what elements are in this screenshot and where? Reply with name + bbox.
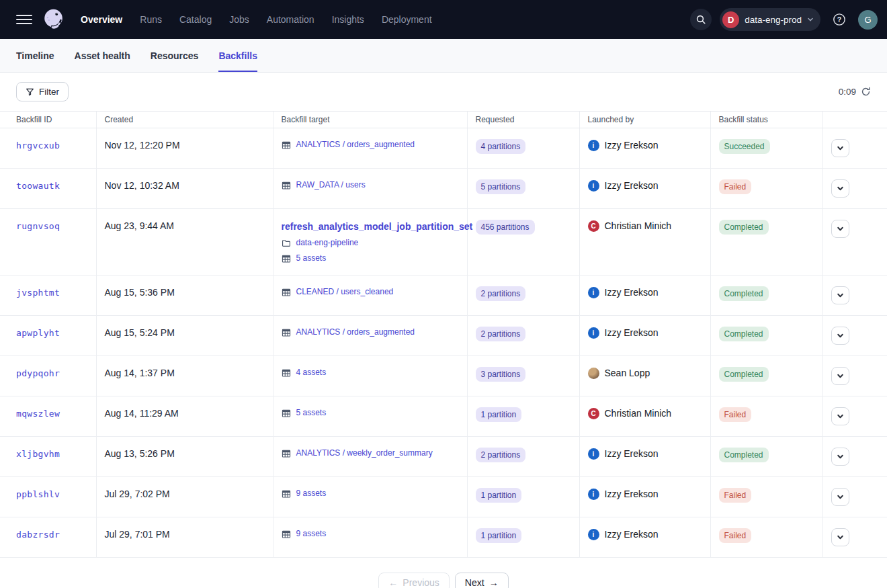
row-actions-button[interactable] — [831, 367, 849, 385]
backfill-id-link[interactable]: apwplyht — [16, 328, 60, 338]
created-timestamp: Jul 29, 7:01 PM — [105, 529, 170, 540]
backfill-id-cell: pdypqohr — [0, 356, 96, 396]
deployment-switcher[interactable]: D data-eng-prod — [720, 8, 820, 31]
target-asset-link[interactable]: CLEANED / users_cleaned — [296, 286, 394, 298]
table-row[interactable]: mqwszlewAug 14, 11:29 AM5 assets1 partit… — [0, 396, 887, 437]
filter-funnel-icon — [26, 87, 34, 96]
target-asset-link[interactable]: ANALYTICS / weekly_order_summary — [296, 448, 433, 459]
backfill-status-cell: Failed — [710, 517, 822, 558]
backfill-id-link[interactable]: mqwszlew — [16, 409, 60, 419]
table-row[interactable]: xljbgvhmAug 13, 5:26 PMANALYTICS / weekl… — [0, 437, 887, 477]
target-asset-link[interactable]: data-eng-pipeline — [296, 237, 359, 249]
tab-asset-health[interactable]: Asset health — [75, 39, 130, 72]
target-asset-link[interactable]: ANALYTICS / orders_augmented — [296, 139, 415, 151]
user-name: Izzy Erekson — [605, 488, 659, 500]
backfills-toolbar: Filter 0:09 — [0, 73, 887, 111]
backfill-id-link[interactable]: dabzrsdr — [16, 530, 60, 540]
target-asset-link[interactable]: 4 assets — [296, 367, 327, 378]
actions-cell — [822, 209, 887, 276]
table-row[interactable]: rugnvsoqAug 23, 9:44 AMrefresh_analytics… — [0, 209, 887, 276]
row-actions-button[interactable] — [831, 528, 849, 546]
help-icon[interactable]: ? — [829, 9, 850, 30]
created-cell: Jul 29, 7:01 PM — [96, 517, 273, 558]
target-asset-link[interactable]: 5 assets — [296, 253, 327, 264]
target-line: data-eng-pipeline — [282, 237, 459, 249]
asset-table-icon — [282, 409, 291, 418]
table-row[interactable]: apwplyhtAug 15, 5:24 PMANALYTICS / order… — [0, 316, 887, 356]
asset-table-icon — [282, 288, 291, 297]
table-row[interactable]: toowautkNov 12, 10:32 AMRAW_DATA / users… — [0, 169, 887, 209]
target-asset-link[interactable]: 9 assets — [296, 488, 327, 499]
target-asset-link[interactable]: RAW_DATA / users — [296, 179, 366, 191]
row-actions-button[interactable] — [831, 220, 849, 238]
requested-partitions-badge: 3 partitions — [476, 367, 526, 382]
requested-partitions-badge: 1 partition — [476, 528, 522, 543]
row-actions-button[interactable] — [831, 488, 849, 506]
backfill-id-link[interactable]: toowautk — [16, 181, 60, 191]
tab-timeline[interactable]: Timeline — [16, 39, 54, 72]
target-job-link[interactable]: refresh_analytics_model_job_partition_se… — [282, 220, 473, 233]
target-line: 5 assets — [282, 407, 459, 419]
row-actions-button[interactable] — [831, 407, 849, 425]
backfill-id-link[interactable]: hrgvcxub — [16, 140, 60, 151]
tab-backfills[interactable]: Backfills — [218, 39, 257, 72]
backfill-id-link[interactable]: ppblshlv — [16, 489, 60, 499]
backfill-id-link[interactable]: jvsphtmt — [16, 288, 60, 298]
status-badge: Completed — [719, 286, 769, 301]
nav-item-runs[interactable]: Runs — [133, 10, 169, 29]
filter-button[interactable]: Filter — [16, 82, 69, 101]
row-actions-button[interactable] — [831, 139, 849, 157]
backfill-id-link[interactable]: xljbgvhm — [16, 449, 60, 459]
folder-icon — [282, 239, 291, 248]
hamburger-menu-icon[interactable] — [11, 6, 38, 33]
backfill-status-cell: Completed — [710, 356, 822, 396]
table-header-row: Backfill IDCreatedBackfill targetRequest… — [0, 112, 887, 128]
nav-item-deployment[interactable]: Deployment — [375, 10, 439, 29]
backfill-target-cell: CLEANED / users_cleaned — [273, 276, 467, 316]
nav-item-jobs[interactable]: Jobs — [222, 10, 256, 29]
actions-cell — [822, 128, 887, 169]
created-timestamp: Aug 15, 5:24 PM — [105, 327, 175, 338]
requested-partitions-badge: 4 partitions — [476, 139, 526, 154]
search-icon[interactable] — [690, 9, 712, 30]
overview-tabs: TimelineAsset healthResourcesBackfills — [0, 39, 887, 73]
row-actions-button[interactable] — [831, 286, 849, 304]
previous-page-button[interactable]: ← Previous — [378, 573, 449, 588]
row-actions-button[interactable] — [831, 179, 849, 198]
table-row[interactable]: ppblshlvJul 29, 7:02 PM9 assets1 partiti… — [0, 477, 887, 517]
nav-item-automation[interactable]: Automation — [260, 10, 321, 29]
backfill-status-cell: Completed — [710, 209, 822, 276]
tab-resources[interactable]: Resources — [151, 39, 199, 72]
table-row[interactable]: dabzrsdrJul 29, 7:01 PM9 assets1 partiti… — [0, 517, 887, 558]
user-avatar-icon: i — [588, 180, 599, 192]
launched-by-user: iIzzy Erekson — [588, 528, 702, 540]
requested-cell: 3 partitions — [467, 356, 579, 396]
row-actions-button[interactable] — [831, 448, 849, 466]
target-asset-link[interactable]: 5 assets — [296, 407, 327, 419]
row-actions-button[interactable] — [831, 327, 849, 345]
dagster-logo-icon[interactable] — [39, 5, 69, 34]
user-avatar[interactable]: G — [858, 10, 878, 30]
backfill-id-cell: dabzrsdr — [0, 517, 96, 558]
table-row[interactable]: hrgvcxubNov 12, 12:20 PMANALYTICS / orde… — [0, 128, 887, 169]
refresh-icon[interactable] — [861, 87, 871, 97]
status-badge: Failed — [719, 528, 752, 543]
backfill-id-link[interactable]: pdypqohr — [16, 368, 60, 378]
created-cell: Aug 15, 5:24 PM — [96, 316, 273, 356]
target-asset-link[interactable]: 9 assets — [296, 528, 327, 540]
target-asset-link[interactable]: ANALYTICS / orders_augmented — [296, 327, 415, 338]
backfill-id-cell: hrgvcxub — [0, 128, 96, 169]
nav-item-overview[interactable]: Overview — [74, 10, 129, 29]
table-row[interactable]: pdypqohrAug 14, 1:37 PM4 assets3 partiti… — [0, 356, 887, 396]
user-avatar-icon: i — [588, 287, 599, 298]
requested-cell: 1 partition — [467, 517, 579, 558]
backfill-id-link[interactable]: rugnvsoq — [16, 221, 60, 231]
user-avatar-icon: i — [588, 489, 599, 500]
next-page-button[interactable]: Next → — [455, 573, 509, 588]
launched-by-user: Sean Lopp — [588, 367, 702, 379]
user-name: Izzy Erekson — [605, 327, 659, 339]
table-row[interactable]: jvsphtmtAug 15, 5:36 PMCLEANED / users_c… — [0, 276, 887, 316]
requested-partitions-badge: 456 partitions — [476, 220, 535, 235]
nav-item-catalog[interactable]: Catalog — [173, 10, 218, 29]
nav-item-insights[interactable]: Insights — [325, 10, 371, 29]
